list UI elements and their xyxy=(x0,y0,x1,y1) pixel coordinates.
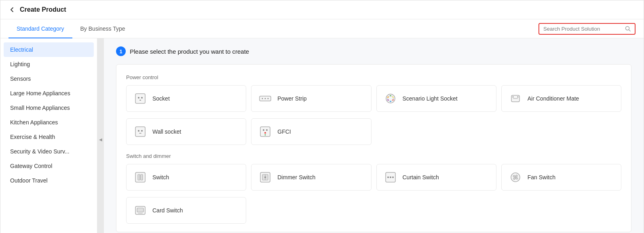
product-curtain-switch[interactable]: Curtain Switch xyxy=(376,164,496,191)
main-content: 1 Please select the product you want to … xyxy=(104,38,644,233)
product-switch-name: Switch xyxy=(152,174,169,181)
svg-point-29 xyxy=(264,132,266,134)
svg-point-39 xyxy=(387,176,389,178)
product-power-strip[interactable]: Power Strip xyxy=(251,85,371,112)
product-socket[interactable]: Socket xyxy=(126,85,246,112)
svg-point-3 xyxy=(138,97,139,99)
svg-point-15 xyxy=(390,101,391,102)
svg-point-9 xyxy=(268,98,269,99)
sidebar-item-small-home[interactable]: Small Home Appliances xyxy=(0,101,97,115)
tab-standard[interactable]: Standard Category xyxy=(8,20,72,38)
step-circle: 1 xyxy=(116,46,126,56)
tabs-row: Standard Category By Business Type xyxy=(0,19,644,38)
category-power-control: Power control xyxy=(126,74,621,80)
power-control-empty-1 xyxy=(376,118,496,145)
sidebar-item-lighting[interactable]: Lighting xyxy=(0,57,97,71)
svg-point-13 xyxy=(392,97,393,98)
tab-business[interactable]: By Business Type xyxy=(72,20,133,38)
content-panel: Power control Socket xyxy=(116,64,631,232)
sidebar-item-electrical[interactable]: Electrical xyxy=(4,42,94,57)
svg-rect-5 xyxy=(139,100,141,101)
tabs-container: Standard Category By Business Type xyxy=(8,19,133,38)
page-wrapper: Create Product Standard Category By Busi… xyxy=(0,0,644,233)
svg-point-24 xyxy=(141,130,143,132)
ac-mate-icon xyxy=(508,91,523,106)
product-scenario-light-name: Scenario Light Socket xyxy=(403,95,458,102)
search-icon xyxy=(625,26,631,31)
svg-point-27 xyxy=(263,129,264,131)
sidebar-item-security[interactable]: Security & Video Surv... xyxy=(0,144,97,159)
socket-icon xyxy=(133,91,148,106)
svg-point-12 xyxy=(390,95,391,97)
svg-point-23 xyxy=(138,130,139,132)
search-input[interactable] xyxy=(543,26,623,32)
product-wall-socket-name: Wall socket xyxy=(152,128,181,135)
sidebar-item-large-home[interactable]: Large Home Appliances xyxy=(0,86,97,101)
switch-empty-1 xyxy=(251,197,371,224)
svg-point-16 xyxy=(387,99,389,101)
body: Electrical Lighting Sensors Large Home A… xyxy=(0,38,644,233)
power-control-grid-2: Wall socket G xyxy=(126,118,621,145)
switch-dimmer-grid-2: Card Switch xyxy=(126,197,621,224)
fan-switch-icon xyxy=(508,170,523,185)
svg-rect-2 xyxy=(135,94,145,103)
svg-point-40 xyxy=(390,176,391,178)
svg-point-14 xyxy=(392,99,393,101)
sidebar: Electrical Lighting Sensors Large Home A… xyxy=(0,38,97,233)
scenario-light-icon xyxy=(383,91,398,106)
svg-point-20 xyxy=(512,97,513,98)
product-curtain-switch-name: Curtain Switch xyxy=(403,174,439,181)
gfci-icon xyxy=(258,124,272,139)
svg-point-8 xyxy=(265,98,266,99)
curtain-switch-icon xyxy=(383,170,398,185)
dimmer-switch-icon xyxy=(258,170,272,185)
product-fan-switch-name: Fan Switch xyxy=(528,174,555,181)
svg-point-21 xyxy=(517,97,518,98)
product-ac-mate-name: Air Conditioner Mate xyxy=(528,95,579,102)
power-control-empty-2 xyxy=(501,118,621,145)
svg-rect-22 xyxy=(135,127,145,136)
product-scenario-light[interactable]: Scenario Light Socket xyxy=(376,85,496,112)
svg-rect-31 xyxy=(135,172,145,182)
svg-point-17 xyxy=(387,97,389,98)
card-switch-icon xyxy=(133,203,148,218)
product-gfci[interactable]: GFCI xyxy=(251,118,371,145)
product-card-switch-name: Card Switch xyxy=(152,207,183,214)
svg-rect-46 xyxy=(138,213,143,214)
svg-point-41 xyxy=(392,176,394,178)
product-fan-switch[interactable]: Fan Switch xyxy=(501,164,621,191)
section-header: 1 Please select the product you want to … xyxy=(116,46,631,56)
category-switch-dimmer: Switch and dimmer xyxy=(126,153,621,159)
switch-dimmer-grid: Switch Dimmer Switch xyxy=(126,164,621,191)
power-control-grid: Socket Power Strip xyxy=(126,85,621,112)
sidebar-collapse-button[interactable]: ◀ xyxy=(97,38,104,233)
svg-point-7 xyxy=(262,98,263,99)
switch-empty-2 xyxy=(376,197,496,224)
header: Create Product xyxy=(0,0,644,19)
sidebar-item-gateway[interactable]: Gateway Control xyxy=(0,159,97,173)
product-ac-mate[interactable]: Air Conditioner Mate xyxy=(501,85,621,112)
product-power-strip-name: Power Strip xyxy=(277,95,306,102)
sidebar-item-exercise[interactable]: Exercise & Health xyxy=(0,130,97,144)
product-dimmer-switch[interactable]: Dimmer Switch xyxy=(251,164,371,191)
product-gfci-name: GFCI xyxy=(277,128,291,135)
sidebar-item-sensors[interactable]: Sensors xyxy=(0,71,97,86)
svg-line-1 xyxy=(629,30,631,31)
product-switch[interactable]: Switch xyxy=(126,164,246,191)
search-box[interactable] xyxy=(538,23,636,35)
product-wall-socket[interactable]: Wall socket xyxy=(126,118,246,145)
back-button[interactable] xyxy=(8,6,16,13)
product-dimmer-switch-name: Dimmer Switch xyxy=(277,174,315,181)
product-card-switch[interactable]: Card Switch xyxy=(126,197,246,224)
svg-point-30 xyxy=(265,134,266,136)
svg-point-4 xyxy=(141,97,143,99)
section-instruction: Please select the product you want to cr… xyxy=(130,48,249,55)
switch-empty-3 xyxy=(501,197,621,224)
switch-icon xyxy=(133,170,148,185)
svg-point-37 xyxy=(264,176,266,178)
wall-socket-icon xyxy=(133,124,148,139)
product-socket-name: Socket xyxy=(152,95,170,102)
svg-rect-33 xyxy=(141,174,143,180)
sidebar-item-kitchen[interactable]: Kitchen Appliances xyxy=(0,115,97,130)
sidebar-item-outdoor[interactable]: Outdoor Travel xyxy=(0,173,97,188)
